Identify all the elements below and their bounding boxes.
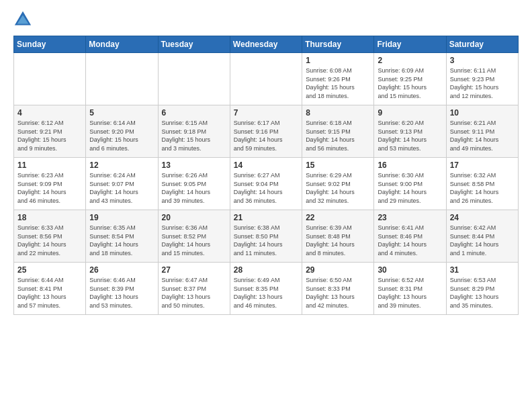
day-cell: 3Sunrise: 6:11 AM Sunset: 9:23 PM Daylig… [446,53,518,105]
calendar-table: SundayMondayTuesdayWednesdayThursdayFrid… [13,36,519,315]
day-number: 22 [306,213,370,222]
day-number: 8 [306,108,370,118]
day-cell: 4Sunrise: 6:12 AM Sunset: 9:21 PM Daylig… [14,105,86,158]
day-cell: 9Sunrise: 6:20 AM Sunset: 9:13 PM Daylig… [374,105,446,158]
day-cell [230,53,302,105]
week-row-1: 4Sunrise: 6:12 AM Sunset: 9:21 PM Daylig… [14,105,519,158]
header-cell-friday: Friday [374,36,446,53]
page: SundayMondayTuesdayWednesdayThursdayFrid… [0,0,532,411]
day-cell: 10Sunrise: 6:21 AM Sunset: 9:11 PM Dayli… [446,105,518,158]
header-cell-thursday: Thursday [302,36,374,53]
day-number: 17 [450,161,515,170]
day-cell: 23Sunrise: 6:41 AM Sunset: 8:46 PM Dayli… [374,210,446,263]
day-cell: 14Sunrise: 6:27 AM Sunset: 9:04 PM Dayli… [230,158,302,210]
day-cell: 16Sunrise: 6:30 AM Sunset: 9:00 PM Dayli… [374,158,446,210]
day-number: 23 [378,213,442,222]
day-info: Sunrise: 6:35 AM Sunset: 8:54 PM Dayligh… [89,224,154,257]
week-row-3: 18Sunrise: 6:33 AM Sunset: 8:56 PM Dayli… [14,210,519,263]
day-info: Sunrise: 6:21 AM Sunset: 9:11 PM Dayligh… [450,119,515,152]
day-info: Sunrise: 6:49 AM Sunset: 8:35 PM Dayligh… [234,276,298,310]
day-info: Sunrise: 6:14 AM Sunset: 9:20 PM Dayligh… [89,119,154,152]
day-number: 18 [17,213,82,222]
day-info: Sunrise: 6:50 AM Sunset: 8:33 PM Dayligh… [306,276,370,310]
week-row-4: 25Sunrise: 6:44 AM Sunset: 8:41 PM Dayli… [14,263,519,315]
day-number: 25 [17,265,82,275]
day-number: 14 [234,161,298,170]
day-number: 20 [162,213,226,222]
week-row-2: 11Sunrise: 6:23 AM Sunset: 9:09 PM Dayli… [14,158,519,210]
day-cell: 7Sunrise: 6:17 AM Sunset: 9:16 PM Daylig… [230,105,302,158]
day-number: 28 [234,265,298,275]
calendar-body: 1Sunrise: 6:08 AM Sunset: 9:26 PM Daylig… [14,53,519,315]
day-cell [158,53,230,105]
week-row-0: 1Sunrise: 6:08 AM Sunset: 9:26 PM Daylig… [14,53,519,105]
day-info: Sunrise: 6:38 AM Sunset: 8:50 PM Dayligh… [234,224,298,257]
day-cell: 28Sunrise: 6:49 AM Sunset: 8:35 PM Dayli… [230,263,302,315]
day-number: 11 [17,161,82,170]
day-info: Sunrise: 6:30 AM Sunset: 9:00 PM Dayligh… [378,171,442,205]
day-info: Sunrise: 6:24 AM Sunset: 9:07 PM Dayligh… [89,171,154,205]
day-info: Sunrise: 6:20 AM Sunset: 9:13 PM Dayligh… [378,119,442,152]
day-number: 4 [17,108,82,118]
day-number: 15 [306,161,370,170]
day-cell: 18Sunrise: 6:33 AM Sunset: 8:56 PM Dayli… [14,210,86,263]
day-info: Sunrise: 6:44 AM Sunset: 8:41 PM Dayligh… [17,276,82,310]
day-info: Sunrise: 6:52 AM Sunset: 8:31 PM Dayligh… [378,276,442,310]
day-number: 6 [162,108,226,118]
day-info: Sunrise: 6:11 AM Sunset: 9:23 PM Dayligh… [450,66,515,100]
logo [13,10,35,29]
day-info: Sunrise: 6:26 AM Sunset: 9:05 PM Dayligh… [162,171,226,205]
day-number: 5 [89,108,154,118]
day-cell: 29Sunrise: 6:50 AM Sunset: 8:33 PM Dayli… [302,263,374,315]
day-number: 31 [450,265,515,275]
day-cell: 12Sunrise: 6:24 AM Sunset: 9:07 PM Dayli… [86,158,158,210]
day-cell: 8Sunrise: 6:18 AM Sunset: 9:15 PM Daylig… [302,105,374,158]
day-cell: 13Sunrise: 6:26 AM Sunset: 9:05 PM Dayli… [158,158,230,210]
header-cell-monday: Monday [86,36,158,53]
day-cell: 31Sunrise: 6:53 AM Sunset: 8:29 PM Dayli… [446,263,518,315]
day-number: 7 [234,108,298,118]
day-cell: 15Sunrise: 6:29 AM Sunset: 9:02 PM Dayli… [302,158,374,210]
calendar-header: SundayMondayTuesdayWednesdayThursdayFrid… [14,36,519,53]
day-cell: 17Sunrise: 6:32 AM Sunset: 8:58 PM Dayli… [446,158,518,210]
day-info: Sunrise: 6:47 AM Sunset: 8:37 PM Dayligh… [162,276,226,310]
day-cell: 22Sunrise: 6:39 AM Sunset: 8:48 PM Dayli… [302,210,374,263]
day-info: Sunrise: 6:41 AM Sunset: 8:46 PM Dayligh… [378,224,442,257]
day-cell: 24Sunrise: 6:42 AM Sunset: 8:44 PM Dayli… [446,210,518,263]
day-cell [14,53,86,105]
day-info: Sunrise: 6:29 AM Sunset: 9:02 PM Dayligh… [306,171,370,205]
day-info: Sunrise: 6:33 AM Sunset: 8:56 PM Dayligh… [17,224,82,257]
day-number: 1 [306,56,370,65]
day-info: Sunrise: 6:12 AM Sunset: 9:21 PM Dayligh… [17,119,82,152]
header-cell-saturday: Saturday [446,36,518,53]
day-cell: 26Sunrise: 6:46 AM Sunset: 8:39 PM Dayli… [86,263,158,315]
day-info: Sunrise: 6:53 AM Sunset: 8:29 PM Dayligh… [450,276,515,310]
day-number: 13 [162,161,226,170]
day-number: 27 [162,265,226,275]
day-info: Sunrise: 6:18 AM Sunset: 9:15 PM Dayligh… [306,119,370,152]
day-number: 29 [306,265,370,275]
day-number: 21 [234,213,298,222]
day-info: Sunrise: 6:36 AM Sunset: 8:52 PM Dayligh… [162,224,226,257]
day-number: 2 [378,56,442,65]
header-cell-wednesday: Wednesday [230,36,302,53]
day-info: Sunrise: 6:17 AM Sunset: 9:16 PM Dayligh… [234,119,298,152]
day-number: 3 [450,56,515,65]
day-number: 24 [450,213,515,222]
day-cell: 1Sunrise: 6:08 AM Sunset: 9:26 PM Daylig… [302,53,374,105]
day-cell: 20Sunrise: 6:36 AM Sunset: 8:52 PM Dayli… [158,210,230,263]
header-row: SundayMondayTuesdayWednesdayThursdayFrid… [14,36,519,53]
day-cell: 6Sunrise: 6:15 AM Sunset: 9:18 PM Daylig… [158,105,230,158]
day-info: Sunrise: 6:46 AM Sunset: 8:39 PM Dayligh… [89,276,154,310]
day-number: 30 [378,265,442,275]
day-info: Sunrise: 6:27 AM Sunset: 9:04 PM Dayligh… [234,171,298,205]
day-info: Sunrise: 6:39 AM Sunset: 8:48 PM Dayligh… [306,224,370,257]
header [13,10,519,29]
day-cell: 30Sunrise: 6:52 AM Sunset: 8:31 PM Dayli… [374,263,446,315]
day-cell: 11Sunrise: 6:23 AM Sunset: 9:09 PM Dayli… [14,158,86,210]
header-cell-tuesday: Tuesday [158,36,230,53]
logo-icon [13,10,32,29]
day-info: Sunrise: 6:09 AM Sunset: 9:25 PM Dayligh… [378,66,442,100]
day-info: Sunrise: 6:08 AM Sunset: 9:26 PM Dayligh… [306,66,370,100]
day-number: 10 [450,108,515,118]
